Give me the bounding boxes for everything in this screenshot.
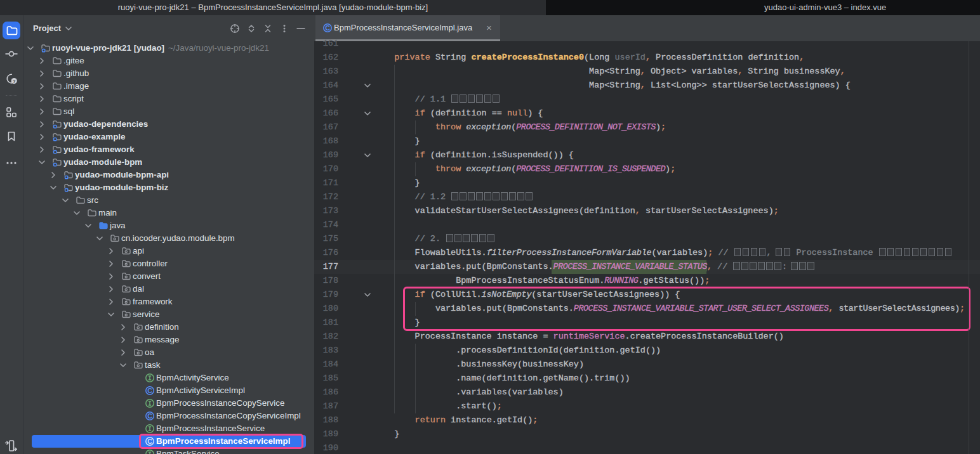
svg-text:C: C	[325, 24, 330, 32]
svg-text:C: C	[147, 412, 152, 420]
svg-text:?: ?	[13, 79, 16, 84]
svg-text:C: C	[147, 387, 152, 394]
